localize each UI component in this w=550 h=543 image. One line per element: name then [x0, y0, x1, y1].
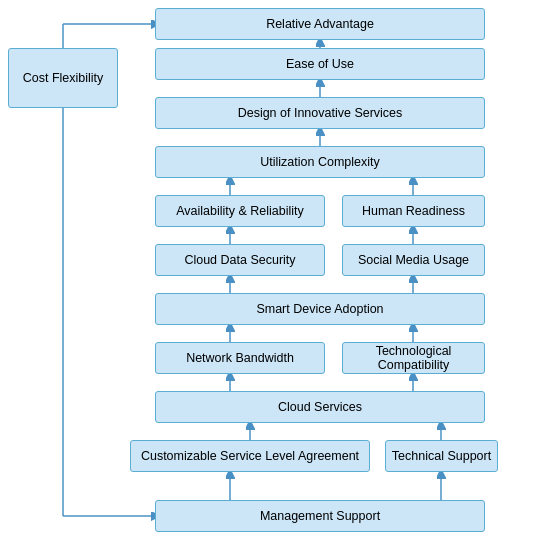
technological-compatibility-box: Technological Compatibility	[342, 342, 485, 374]
network-bandwidth-box: Network Bandwidth	[155, 342, 325, 374]
relative-advantage-box: Relative Advantage	[155, 8, 485, 40]
human-readiness-box: Human Readiness	[342, 195, 485, 227]
cost-flexibility-box: Cost Flexibility	[8, 48, 118, 108]
ease-of-use-box: Ease of Use	[155, 48, 485, 80]
design-innovative-box: Design of Innovative Services	[155, 97, 485, 129]
diagram: Relative Advantage Cost Flexibility Ease…	[0, 0, 550, 543]
cloud-services-box: Cloud Services	[155, 391, 485, 423]
technical-support-box: Technical Support	[385, 440, 498, 472]
social-media-usage-box: Social Media Usage	[342, 244, 485, 276]
customizable-sla-box: Customizable Service Level Agreement	[130, 440, 370, 472]
smart-device-adoption-box: Smart Device Adoption	[155, 293, 485, 325]
cloud-data-security-box: Cloud Data Security	[155, 244, 325, 276]
availability-reliability-box: Availability & Reliability	[155, 195, 325, 227]
utilization-complexity-box: Utilization Complexity	[155, 146, 485, 178]
management-support-box: Management Support	[155, 500, 485, 532]
